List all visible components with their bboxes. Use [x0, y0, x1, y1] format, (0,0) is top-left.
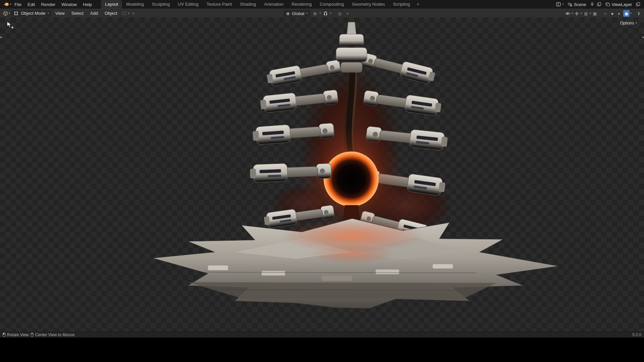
shading-wireframe-icon[interactable]: ○	[602, 10, 608, 17]
orientation-chevron-icon: ▾	[306, 12, 308, 15]
scene-name: Scene	[574, 2, 586, 7]
mouse-cursor-icon	[6, 21, 15, 31]
falloff-curve-icon[interactable]: ≈	[130, 10, 137, 17]
viewlayer-selector[interactable]: ViewLayer	[603, 1, 634, 8]
options-label: Options	[620, 21, 634, 25]
object-mode-icon	[13, 11, 19, 16]
menu-view[interactable]: View	[52, 10, 68, 17]
rendered-model	[0, 17, 644, 331]
scene-selector[interactable]: Scene	[565, 1, 588, 8]
tab-compositing[interactable]: Compositing	[316, 0, 348, 9]
viewport-split-icon[interactable]: ‖	[636, 10, 642, 17]
show-gizmo-icon[interactable]	[574, 10, 580, 17]
tab-layout[interactable]: Layout	[101, 0, 122, 9]
open-toolbar-arrow[interactable]: ▸	[0, 35, 2, 39]
gizmo-chevron-icon[interactable]: ▾	[581, 12, 582, 15]
workspace-tabs: Layout Modeling Sculpting UV Editing Tex…	[101, 0, 422, 9]
hint-center-view: Center View to Mouse	[31, 333, 74, 337]
editor-type-chevron-icon[interactable]: ▾	[9, 12, 10, 15]
snap-chevron-icon[interactable]: ▾	[330, 12, 331, 15]
shading-chevron-icon[interactable]: ▾	[630, 12, 632, 15]
mode-dropdown-label: Object Mode	[21, 11, 46, 16]
viewlayer-icon	[605, 2, 610, 7]
overlays-chevron-icon[interactable]: ▾	[590, 12, 591, 15]
orientation-dropdown[interactable]: ⊕ Global ▾	[283, 10, 311, 17]
tab-shading[interactable]: Shading	[236, 0, 260, 9]
new-scene-copy-icon[interactable]	[596, 2, 602, 7]
show-overlays-icon[interactable]: ◎	[583, 10, 589, 17]
screen-layout-icon[interactable]	[556, 2, 561, 7]
proportional-falloff-icon[interactable]: ≈	[344, 10, 351, 17]
menu-render[interactable]: Render	[38, 1, 58, 8]
options-chevron-icon: ▾	[636, 22, 637, 24]
mode-dropdown[interactable]: Object Mode ▾	[11, 10, 52, 17]
menu-object[interactable]: Object	[102, 10, 120, 17]
blender-window: ▾ File Edit Render Window Help Layout Mo…	[0, 0, 644, 338]
orientation-icon: ⊕	[286, 11, 290, 16]
scene-icon	[567, 2, 573, 7]
screen-layout-chevron-icon[interactable]: ▾	[562, 3, 564, 6]
options-button[interactable]: Options ▾	[617, 20, 640, 26]
object-visibility-icon[interactable]	[565, 10, 571, 17]
open-sidebar-arrow[interactable]: ◂	[642, 35, 644, 39]
hint-rotate-label: Rotate View	[7, 333, 29, 337]
viewport-3d[interactable]: Options ▾ ▸ ◂	[0, 17, 644, 331]
viewport-display-cluster: ▾ ▾ ◎ ▾ ▣ ○ ● ◐ ◉ ▾ ‖	[565, 9, 642, 18]
shading-solid-icon[interactable]: ●	[609, 10, 615, 17]
hint-rotate-view: Rotate View	[3, 333, 29, 337]
menu-window[interactable]: Window	[58, 1, 80, 8]
tab-rendering[interactable]: Rendering	[287, 0, 316, 9]
middle-mouse-icon	[31, 333, 34, 337]
status-bar: Rotate View Center View to Mouse 5.0.0	[0, 331, 644, 338]
topbar-right: ▾ Scene ViewLayer	[556, 1, 642, 8]
new-viewlayer-copy-icon[interactable]	[635, 2, 641, 7]
tab-scripting[interactable]: Scripting	[389, 0, 414, 9]
hint-center-label: Center View to Mouse	[35, 333, 74, 337]
menu-select[interactable]: Select	[68, 10, 87, 17]
visibility-chevron-icon[interactable]: ▾	[572, 12, 573, 15]
orientation-label: Global	[292, 11, 305, 16]
version-label: 5.0.0	[632, 333, 641, 337]
tab-texture-paint[interactable]: Texture Paint	[203, 0, 236, 9]
blender-logo-icon[interactable]	[3, 1, 9, 8]
snap-pivot-icon[interactable]: ⊙	[312, 10, 318, 17]
snap-magnet-icon[interactable]	[322, 10, 329, 17]
viewlayer-name: ViewLayer	[612, 2, 632, 7]
tab-modeling[interactable]: Modeling	[122, 0, 148, 9]
tab-uv-editing[interactable]: UV Editing	[174, 0, 202, 9]
mode-chevron-icon: ▾	[48, 12, 49, 15]
tab-geometry-nodes[interactable]: Geometry Nodes	[348, 0, 389, 9]
left-mouse-icon	[3, 333, 6, 337]
menu-edit[interactable]: Edit	[24, 1, 38, 8]
viewport-header: ▾ Object Mode ▾ View Select Add Object ▾…	[0, 9, 644, 17]
menu-file[interactable]: File	[11, 1, 24, 8]
topbar: ▾ File Edit Render Window Help Layout Mo…	[0, 0, 644, 9]
menu-add[interactable]: Add	[87, 10, 101, 17]
shading-rendered-icon[interactable]: ◉	[623, 10, 630, 17]
add-workspace-button[interactable]: +	[414, 0, 422, 9]
transform-snap-cluster: ⊕ Global ▾ ⊙ ▾ ▾ ◎ ≈	[283, 9, 351, 18]
shading-material-icon[interactable]: ◐	[616, 10, 623, 17]
snap-pivot-chevron-icon[interactable]: ▾	[320, 12, 321, 15]
toggle-xray-icon[interactable]: ▣	[592, 10, 598, 17]
tab-sculpting[interactable]: Sculpting	[148, 0, 174, 9]
proportional-editing-icon[interactable]: ◎	[337, 10, 343, 17]
menu-help[interactable]: Help	[80, 1, 95, 8]
tool-settings-chevron-icon[interactable]: ▾	[128, 12, 129, 15]
editor-type-icon[interactable]	[3, 11, 8, 16]
tab-animation[interactable]: Animation	[260, 0, 287, 9]
tool-settings-icon[interactable]	[121, 10, 127, 17]
pin-icon[interactable]	[590, 2, 595, 7]
